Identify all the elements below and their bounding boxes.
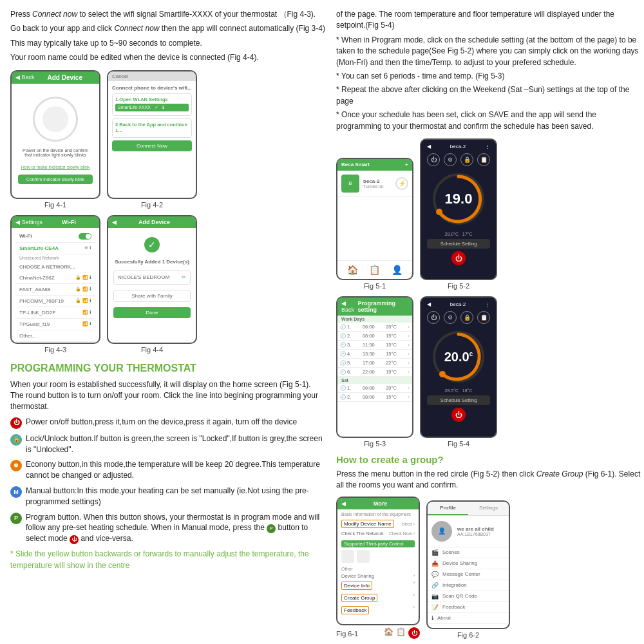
- bullet-lock: 🔒 Lock/Unlock button.If button is green,…: [10, 433, 326, 455]
- fig-44-block: ◀Add Device ✓ Succesfully Added 1 Device…: [107, 215, 197, 354]
- feedback: Feedback: [341, 606, 369, 614]
- fig-row-61-62: ◀More Basic information of the equipment…: [336, 497, 643, 639]
- fig-41-label: Fig 4-1: [44, 201, 66, 209]
- fig-42-block: Cancel Connect phone to device's wifi...…: [107, 70, 197, 209]
- fig-53-label: Fig 5-3: [364, 440, 386, 448]
- group-text: Press the menu button in the red circle …: [336, 469, 643, 491]
- fig-62-label: Fig 6-2: [457, 631, 479, 639]
- fig-51-label: Fig 5-1: [364, 282, 386, 290]
- bullet-program: P Program button. When this button shows…: [10, 512, 326, 545]
- fig-row-53-54: ◀ BackProgramming setting Work Days 🕕 1.…: [336, 296, 643, 448]
- bullet-power-text: Power on/off button,press it,turn on the…: [26, 417, 297, 428]
- right-intro-1: of the page. The room temperature and fl…: [336, 9, 643, 32]
- intro-line-4: Your room name could be edited when the …: [10, 52, 326, 63]
- right-note-3: * Repeat the above after clicking on the…: [336, 84, 643, 107]
- right-column: of the page. The room temperature and fl…: [336, 9, 643, 641]
- power-icon: ⏻: [10, 417, 22, 429]
- fig-54-block: ◀ beca-2 ⋮ ⏻ ⚙ 🔒 📋: [420, 296, 497, 448]
- fig-44-label: Fig 4-4: [141, 346, 163, 354]
- fig-53-block: ◀ BackProgramming setting Work Days 🕕 1.…: [336, 296, 413, 448]
- fig-51-block: Beca Smart + B beca-2 Turned on ⚡: [336, 158, 413, 290]
- bullet-economy: ❄ Econony button,in this mode,the temper…: [10, 459, 326, 481]
- fig-61-block: ◀More Basic information of the equipment…: [336, 497, 420, 639]
- bullet-program-text: Program button. When this button shows, …: [26, 512, 326, 545]
- fig-52-block: ◀ beca-2 ⋮ ⏻ ⚙ 🔒 📋: [420, 138, 497, 290]
- bullet-manual-text: Manual button:In this mode,your heating …: [26, 486, 326, 507]
- fig-54-label: Fig 5-4: [448, 440, 469, 448]
- economy-icon: ❄: [10, 460, 22, 471]
- intro-line-1: Press Connect now to select the wifi sig…: [10, 9, 326, 20]
- bullet-lock-text: Lock/Unlock button.If button is green,th…: [26, 433, 326, 455]
- programming-section-title: PROGRAMMING YOUR THERMOSTAT: [10, 363, 326, 374]
- left-column: Press Connect now to select the wifi sig…: [10, 9, 326, 641]
- fig-52-label: Fig 5-2: [448, 282, 469, 290]
- fig-61-label: Fig 6-1: [336, 630, 358, 638]
- fig-row-41-42: ◀ BackAdd Device Power on the device and…: [10, 70, 326, 209]
- bullet-list: ⏻ Power on/off button,press it,turn on t…: [10, 417, 326, 545]
- bullet-economy-text: Econony button,in this mode,the temperat…: [26, 459, 326, 481]
- right-note-4: * Once your schedule has been set, click…: [336, 109, 643, 132]
- create-group: Create Group: [341, 594, 377, 602]
- manual-icon: M: [10, 486, 22, 498]
- lock-icon: 🔒: [10, 434, 22, 446]
- modify-device-name: Modify Device Name: [341, 520, 394, 528]
- fig-41-block: ◀ BackAdd Device Power on the device and…: [10, 70, 100, 209]
- right-note-2: * You can set 6 periods - time and temp.…: [336, 71, 643, 82]
- fig-row-51-52: Beca Smart + B beca-2 Turned on ⚡: [336, 138, 643, 290]
- fig-43-block: ◀ SettingsWi-Fi Wi-Fi SmartLife-CE4A ⊕ ℹ: [10, 215, 100, 354]
- fig-42-label: Fig 4-2: [141, 201, 163, 209]
- bullet-manual: M Manual button:In this mode,your heatin…: [10, 486, 326, 507]
- fig-43-label: Fig 4-3: [44, 346, 66, 354]
- fig-62-block: Profile Settings 👤 we are all child AA:1…: [426, 500, 510, 639]
- group-section-title: How to create a group?: [336, 454, 643, 465]
- bullet-power: ⏻ Power on/off button,press it,turn on t…: [10, 417, 326, 429]
- right-note-1: * When in Program mode, click on the sch…: [336, 35, 643, 68]
- intro-line-3: This may typically take up to 5~90 secon…: [10, 38, 326, 49]
- program-icon: P: [10, 513, 22, 524]
- note-green: * Slide the yellow button backwards or f…: [10, 549, 326, 571]
- svg-point-1: [436, 209, 442, 215]
- device-info: Device Info: [341, 582, 372, 590]
- svg-point-3: [439, 371, 446, 377]
- fig-row-43-44: ◀ SettingsWi-Fi Wi-Fi SmartLife-CE4A ⊕ ℹ: [10, 215, 326, 354]
- intro-line-2: Go back to your app and click Connect no…: [10, 23, 326, 34]
- programming-text: When your room is established successful…: [10, 379, 326, 413]
